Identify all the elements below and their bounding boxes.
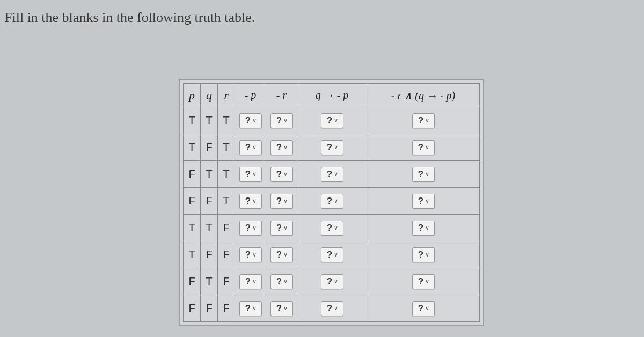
dropdown-final[interactable]: ?∨ [412,274,435,289]
dropdown-final[interactable]: ?∨ [412,167,435,182]
table-row: T T F ?∨ ?∨ ?∨ ?∨ [184,215,480,241]
chevron-down-icon: ∨ [334,251,338,258]
dropdown-final[interactable]: ?∨ [412,194,435,209]
table-row: F F T ?∨ ?∨ ?∨ ?∨ [184,188,480,215]
dropdown-not-r[interactable]: ?∨ [270,221,293,236]
chevron-down-icon: ∨ [425,251,429,258]
table-row: F T F ?∨ ?∨ ?∨ ?∨ [184,268,480,295]
chevron-down-icon: ∨ [425,305,429,312]
dropdown-q-imp-not-p[interactable]: ?∨ [321,301,343,316]
dropdown-q-imp-not-p[interactable]: ?∨ [321,140,343,155]
cell-p: F [184,295,201,322]
cell-q: F [201,241,218,268]
dropdown-not-r[interactable]: ?∨ [270,247,293,262]
chevron-down-icon: ∨ [334,224,338,231]
cell-r: F [218,241,235,268]
header-not-r: - r [266,84,297,107]
table-row: T T T ?∨ ?∨ ?∨ ?∨ [184,107,480,134]
chevron-down-icon: ∨ [425,278,429,285]
header-q-imp-not-p: q → - p [297,84,367,107]
dropdown-q-imp-not-p[interactable]: ?∨ [321,167,343,182]
dropdown-not-p[interactable]: ?∨ [239,247,262,262]
dropdown-not-r[interactable]: ?∨ [270,167,293,182]
chevron-down-icon: ∨ [334,117,338,124]
dropdown-final[interactable]: ?∨ [412,140,435,155]
dropdown-final[interactable]: ?∨ [412,247,435,262]
chevron-down-icon: ∨ [334,278,338,285]
dropdown-not-p[interactable]: ?∨ [239,167,262,182]
table-row: T F F ?∨ ?∨ ?∨ ?∨ [184,241,480,268]
chevron-down-icon: ∨ [283,224,288,231]
header-p: p [184,84,201,107]
chevron-down-icon: ∨ [334,197,338,204]
cell-r: T [218,188,235,215]
chevron-down-icon: ∨ [283,305,288,312]
dropdown-q-imp-not-p[interactable]: ?∨ [321,274,343,289]
dropdown-not-p[interactable]: ?∨ [239,301,262,316]
chevron-down-icon: ∨ [425,117,429,124]
chevron-down-icon: ∨ [425,171,429,178]
chevron-down-icon: ∨ [283,171,288,178]
chevron-down-icon: ∨ [425,144,429,151]
dropdown-not-r[interactable]: ?∨ [270,301,293,316]
chevron-down-icon: ∨ [334,144,338,151]
dropdown-q-imp-not-p[interactable]: ?∨ [321,113,343,128]
table-row: T F T ?∨ ?∨ ?∨ ?∨ [184,134,480,161]
cell-p: F [184,188,201,215]
dropdown-final[interactable]: ?∨ [412,221,435,236]
cell-p: F [184,161,201,188]
cell-p: T [184,134,201,161]
chevron-down-icon: ∨ [283,197,288,204]
dropdown-final[interactable]: ?∨ [412,301,435,316]
cell-q: F [201,188,218,215]
cell-q: T [201,268,218,295]
header-q: q [201,84,218,107]
cell-q: T [201,107,218,134]
header-not-p: - p [235,84,266,107]
dropdown-not-r[interactable]: ?∨ [270,113,293,128]
chevron-down-icon: ∨ [283,117,288,124]
cell-r: T [218,107,235,134]
chevron-down-icon: ∨ [283,251,288,258]
chevron-down-icon: ∨ [425,224,429,231]
cell-r: F [218,215,235,241]
dropdown-not-r[interactable]: ?∨ [270,274,293,289]
dropdown-not-p[interactable]: ?∨ [239,274,262,289]
dropdown-q-imp-not-p[interactable]: ?∨ [321,194,343,209]
cell-q: T [201,161,218,188]
header-row: p q r - p - r q → - p - r ∧ (q → - p) [184,84,480,107]
header-r: r [218,84,235,107]
chevron-down-icon: ∨ [425,197,429,204]
cell-r: T [218,134,235,161]
header-final: - r ∧ (q → - p) [367,84,480,107]
dropdown-final[interactable]: ?∨ [412,113,435,128]
dropdown-not-r[interactable]: ?∨ [270,140,293,155]
dropdown-q-imp-not-p[interactable]: ?∨ [321,221,343,236]
cell-r: F [218,295,235,322]
cell-r: T [218,161,235,188]
truth-table: p q r - p - r q → - p - r ∧ (q → - p) T … [183,83,480,322]
chevron-down-icon: ∨ [252,144,257,151]
dropdown-not-p[interactable]: ?∨ [239,113,262,128]
cell-q: F [201,295,218,322]
dropdown-q-imp-not-p[interactable]: ?∨ [321,247,343,262]
chevron-down-icon: ∨ [252,171,257,178]
dropdown-not-p[interactable]: ?∨ [239,221,262,236]
dropdown-not-p[interactable]: ?∨ [239,194,262,209]
cell-p: T [184,107,201,134]
table-row: F F F ?∨ ?∨ ?∨ ?∨ [184,295,480,322]
chevron-down-icon: ∨ [334,305,338,312]
dropdown-not-r[interactable]: ?∨ [270,194,293,209]
cell-q: F [201,134,218,161]
table-body: T T T ?∨ ?∨ ?∨ ?∨ T F T ?∨ ?∨ ?∨ ?∨ F [184,107,480,322]
chevron-down-icon: ∨ [334,171,338,178]
chevron-down-icon: ∨ [252,197,257,204]
truth-table-container: p q r - p - r q → - p - r ∧ (q → - p) T … [179,79,484,326]
cell-q: T [201,215,218,241]
cell-p: T [184,241,201,268]
chevron-down-icon: ∨ [252,278,257,285]
cell-r: F [218,268,235,295]
chevron-down-icon: ∨ [252,117,257,124]
dropdown-not-p[interactable]: ?∨ [239,140,262,155]
cell-p: T [184,215,201,241]
